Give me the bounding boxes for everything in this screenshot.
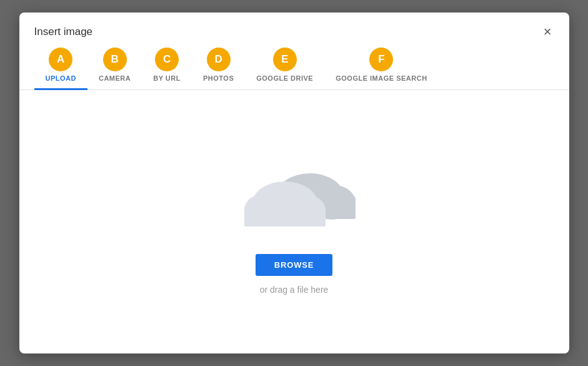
tab-circle: F [369,48,393,71]
browse-button[interactable]: BROWSE [256,254,332,276]
tab-label: GOOGLE DRIVE [256,74,313,82]
close-button[interactable]: × [541,24,554,40]
tab-upload[interactable]: AUPLOAD [34,48,87,90]
tab-label: PHOTOS [203,74,234,82]
tab-circle: A [49,48,72,71]
tab-label: CAMERA [99,74,131,82]
dialog-title: Insert image [34,26,93,38]
drag-hint: or drag a file here [260,285,329,295]
tab-google-image-search[interactable]: FGOOGLE IMAGE SEARCH [324,48,438,90]
dialog-header: Insert image × [19,13,569,40]
tab-label: BY URL [153,74,181,82]
tab-label: UPLOAD [46,74,76,82]
svg-rect-6 [244,206,326,226]
tab-label: GOOGLE IMAGE SEARCH [336,74,427,82]
tab-google-drive[interactable]: EGOOGLE DRIVE [245,48,324,90]
tab-photos[interactable]: DPHOTOS [192,48,245,90]
tab-circle: B [103,48,127,71]
tab-bar: AUPLOADBCAMERACBY URLDPHOTOSEGOOGLE DRIV… [19,40,569,90]
cloud-illustration [232,149,357,236]
dialog-body: BROWSE or drag a file here [19,90,569,353]
tab-camera[interactable]: BCAMERA [87,48,142,90]
tab-circle: E [273,48,297,71]
insert-image-dialog: Insert image × AUPLOADBCAMERACBY URLDPHO… [19,13,569,353]
tab-by-url[interactable]: CBY URL [142,48,192,90]
tab-circle: C [155,48,179,71]
tab-circle: D [207,48,231,71]
